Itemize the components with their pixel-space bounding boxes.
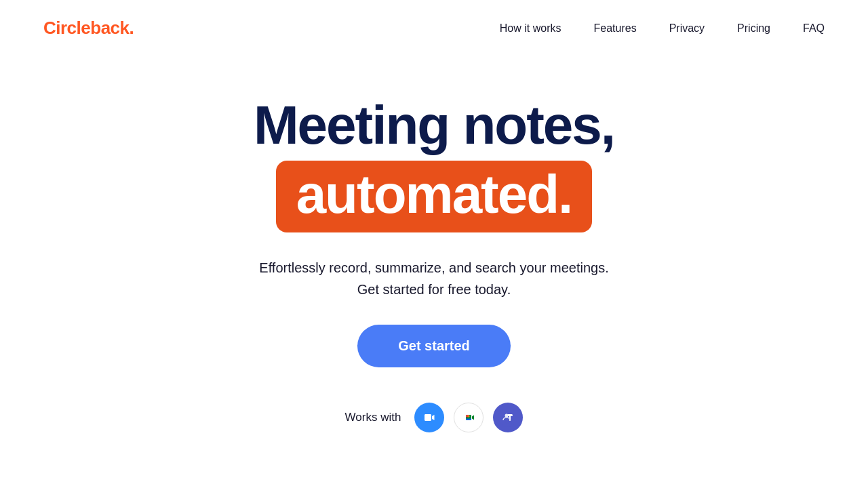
svg-point-5: [505, 414, 509, 418]
nav-links: How it works Features Privacy Pricing FA…: [500, 22, 825, 35]
hero-section: Meeting notes, automated. Effortlessly r…: [0, 56, 868, 432]
hero-title: Meeting notes, automated.: [254, 97, 614, 232]
hero-subtitle-line1: Effortlessly record, summarize, and sear…: [259, 260, 608, 275]
hero-automated-badge: automated.: [276, 161, 593, 232]
hero-title-line1: Meeting notes,: [254, 97, 614, 154]
navbar: Circleback. How it works Features Privac…: [0, 0, 868, 56]
nav-faq[interactable]: FAQ: [803, 22, 825, 34]
logo[interactable]: Circleback.: [43, 18, 134, 39]
nav-features[interactable]: Features: [593, 22, 636, 34]
get-started-button[interactable]: Get started: [357, 325, 511, 367]
works-with-label: Works with: [345, 411, 401, 424]
works-with-section: Works with: [345, 403, 524, 432]
hero-subtitle: Effortlessly record, summarize, and sear…: [259, 257, 608, 300]
nav-pricing[interactable]: Pricing: [737, 22, 770, 34]
microsoft-teams-icon: [493, 403, 523, 432]
nav-privacy[interactable]: Privacy: [669, 22, 705, 34]
google-meet-icon: [454, 403, 484, 432]
hero-subtitle-line2: Get started for free today.: [357, 282, 511, 297]
integration-icons: [414, 403, 523, 432]
nav-how-it-works[interactable]: How it works: [500, 22, 561, 34]
zoom-icon: [414, 403, 444, 432]
